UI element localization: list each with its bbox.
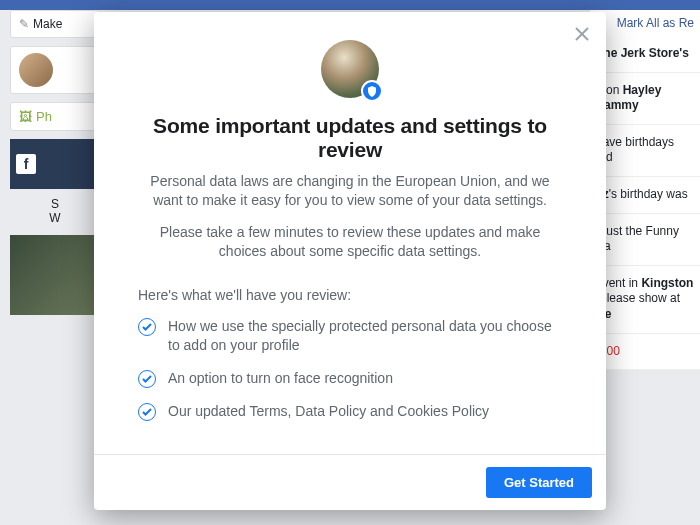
- modal-footer: Get Started: [94, 454, 606, 510]
- close-icon: [575, 27, 589, 41]
- review-intro: Here's what we'll have you review:: [138, 287, 562, 303]
- review-item: How we use the specially protected perso…: [138, 317, 562, 355]
- review-list: How we use the specially protected perso…: [138, 317, 562, 421]
- privacy-review-modal: Some important updates and settings to r…: [94, 12, 606, 510]
- review-section: Here's what we'll have you review: How w…: [138, 287, 562, 435]
- review-item-text: How we use the specially protected perso…: [168, 317, 562, 355]
- modal-overlay: Some important updates and settings to r…: [0, 0, 700, 525]
- modal-paragraph-1: Personal data laws are changing in the E…: [142, 172, 558, 211]
- check-icon: [138, 370, 156, 388]
- profile-avatar-wrap: [94, 40, 606, 98]
- shield-icon: [367, 86, 377, 97]
- modal-title: Some important updates and settings to r…: [124, 114, 576, 162]
- get-started-button[interactable]: Get Started: [486, 467, 592, 498]
- check-icon: [138, 403, 156, 421]
- review-item: Our updated Terms, Data Policy and Cooki…: [138, 402, 562, 421]
- shield-badge: [361, 80, 383, 102]
- modal-paragraph-2: Please take a few minutes to review thes…: [142, 223, 558, 262]
- check-icon: [138, 318, 156, 336]
- review-item: An option to turn on face recognition: [138, 369, 562, 388]
- profile-avatar: [321, 40, 379, 98]
- review-item-text: An option to turn on face recognition: [168, 369, 393, 388]
- review-item-text: Our updated Terms, Data Policy and Cooki…: [168, 402, 489, 421]
